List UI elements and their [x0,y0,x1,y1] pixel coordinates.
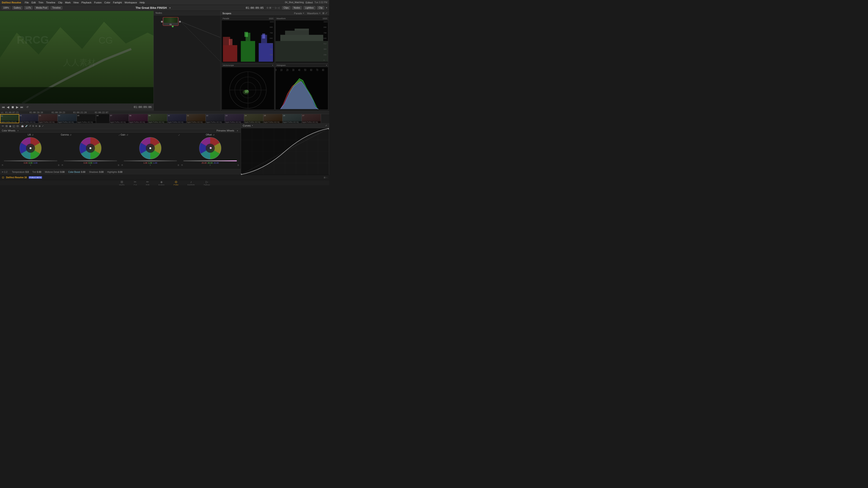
clip-09[interactable]: 09 Apple ProRes 422 HQ [148,114,167,123]
step-back-btn[interactable]: ◀ [7,105,9,109]
menu-fairlight[interactable]: Fairlight [113,1,122,4]
clip-dropdown-btn[interactable]: Clip [317,6,324,9]
nav-media[interactable]: ⊞ Media [119,180,125,185]
clip-05[interactable]: 05 Apple ProRes 422 HQ [77,114,96,123]
lightbox-btn[interactable]: Lightbox [304,6,315,9]
lift-reset[interactable]: ↺ [32,134,33,136]
clip-15[interactable]: 15 Apple ProRes 422 HQ [264,114,283,123]
nav-fairlight[interactable]: ♪ Fairlight [187,180,195,185]
highlights-value[interactable]: 0.00 [118,171,122,173]
midtone-value[interactable]: 0.00 [60,171,64,173]
loop-btn[interactable]: ↺ [26,105,29,109]
luts-btn[interactable]: LUTs [24,6,33,9]
stop-btn[interactable]: ⏹ [11,105,14,109]
color-tool-grid[interactable]: ⊞ [5,125,8,128]
title-dropdown-icon[interactable]: ▾ [169,6,170,9]
color-tool-settings[interactable]: ⊟ [17,125,19,128]
lift-wheel[interactable] [19,137,42,160]
histogram: Histogram ▾ 0 10 20 30 40 50 [275,64,328,110]
temperature-value[interactable]: 0.0 [26,171,29,173]
menu-edit[interactable]: Edit [31,1,36,4]
copy-btn[interactable]: ⧉ [32,125,34,127]
offset-wheel[interactable] [199,137,221,160]
menu-mark[interactable]: Mark [65,1,70,4]
gamma-reset[interactable]: ↺ [70,134,71,136]
eyedropper-btn[interactable]: 💉 [25,125,28,127]
reset-btn[interactable]: ↺ [29,125,31,127]
offset-slider[interactable] [183,160,237,161]
nav-fusion[interactable]: ◈ Fusion [158,180,164,185]
clip-17-codec: Apple ProRes 422 HQ [302,121,321,123]
highlight-btn[interactable]: ◑ [38,125,40,127]
nav-cut[interactable]: ✂ Cut [133,180,137,185]
clip-03[interactable]: 03 Apple ProRes 422 HQ [38,114,58,123]
curves-canvas[interactable] [241,128,329,175]
nav-edit[interactable]: ✏ Edit [146,180,149,185]
vectorscope-chevron[interactable]: ▾ [272,64,273,66]
color-tool-curves[interactable]: ◱ [13,125,15,128]
tint-value[interactable]: 0.00 [37,171,41,173]
menu-color[interactable]: Color [104,1,110,4]
media-pool-btn[interactable]: Media Pool [34,6,49,9]
clip-14[interactable]: 14 Apple ProRes 422 HQ [244,114,264,123]
clip-02[interactable]: 02 Apple ProRes 422 HQ [19,114,38,123]
menu-view[interactable]: View [73,1,79,4]
clip-17[interactable]: 17 Apple ProRes 422 HQ [302,114,321,123]
gamma-slider[interactable] [64,160,117,161]
clip-01[interactable]: 01 Apple ProRes 422 HQ [0,114,19,123]
clip-13[interactable]: 13 Apple ProRes 422 HQ [225,114,244,123]
color-tool-circle[interactable]: ◉ [9,125,11,128]
gamma-expand[interactable]: ⤢ [119,134,120,136]
shadows-value[interactable]: 0.00 [99,171,103,173]
clip-08[interactable]: 08 Apple ProRes 422 HQ [129,114,148,123]
skip-end-btn[interactable]: ⏭ [20,105,24,109]
node-01[interactable]: 01 [163,17,179,26]
clip-07[interactable]: 07 Apple ProRes 422 HQ [110,114,129,123]
clip-04[interactable]: 04 Apple ProRes 422 HQ [58,114,77,123]
curves-expand[interactable]: ⤢ [325,124,327,127]
color-boost-value[interactable]: 0.00 [81,171,85,173]
parade-label[interactable]: Parade [294,12,302,15]
lift-slider[interactable] [4,160,57,161]
timeline-btn[interactable]: Timeline [51,6,62,9]
menu-help[interactable]: Help [140,1,145,4]
zoom-indicator[interactable]: 108% [2,6,10,9]
waveform-label[interactable]: Waveform [307,12,318,15]
clip-10[interactable]: 10 Apple ProRes 422 HQ [167,114,186,123]
gallery-btn[interactable]: Gallery [12,6,23,9]
offset-reset[interactable]: ↺ [213,134,215,136]
clip-16[interactable]: 16 Apple ProRes 422 HQ [283,114,302,123]
gamma-wheel[interactable] [79,137,102,160]
histogram-chevron[interactable]: ▾ [326,64,327,66]
clip-06[interactable]: 06 [96,114,110,123]
svg-text:10: 10 [280,68,282,71]
menu-fusion[interactable]: Fusion [94,1,102,4]
play-btn[interactable]: ▶ [16,105,19,109]
menu-clip[interactable]: Clip [58,1,62,4]
scopes-settings[interactable]: ⊞ [322,12,324,15]
menu-file[interactable]: File [25,1,29,4]
scopes-expand[interactable]: ⤢ [325,12,327,15]
gain-slider[interactable] [124,160,177,161]
clip-11[interactable]: 11 Apple ProRes 422 HQ [186,114,206,123]
skip-start-btn[interactable]: ⏮ [2,105,5,109]
nav-color[interactable]: ⊙ Color [174,180,179,185]
gain-expand[interactable]: ⤢ [178,134,180,136]
menu-workspace[interactable]: Workspace [125,1,137,4]
clip-12[interactable]: 12 Apple ProRes 422 HQ [206,114,225,123]
nav-deliver[interactable]: ▷ Deliver [204,180,210,185]
primaries-wheels-label[interactable]: Primaries Wheels [217,129,234,132]
ai-btn[interactable]: 🤖 [21,125,24,127]
clips-btn[interactable]: Clips [282,6,290,9]
menu-trim[interactable]: Trim [38,1,43,4]
color-tool-pencil[interactable]: ✏ [2,125,4,128]
expand-btn[interactable]: ⤢ [42,125,43,127]
menu-timeline[interactable]: Timeline [46,1,55,4]
node-editor[interactable]: Nodes 01 [154,11,221,111]
nodes-btn[interactable]: Nodes [292,6,302,9]
viewer-video[interactable]: RRCG 人人素材 CG [0,11,153,103]
paste-btn[interactable]: ⊕ [35,125,37,127]
menu-playback[interactable]: Playback [81,1,92,4]
gain-wheel[interactable] [139,137,162,160]
gain-reset[interactable]: ↺ [126,134,128,136]
